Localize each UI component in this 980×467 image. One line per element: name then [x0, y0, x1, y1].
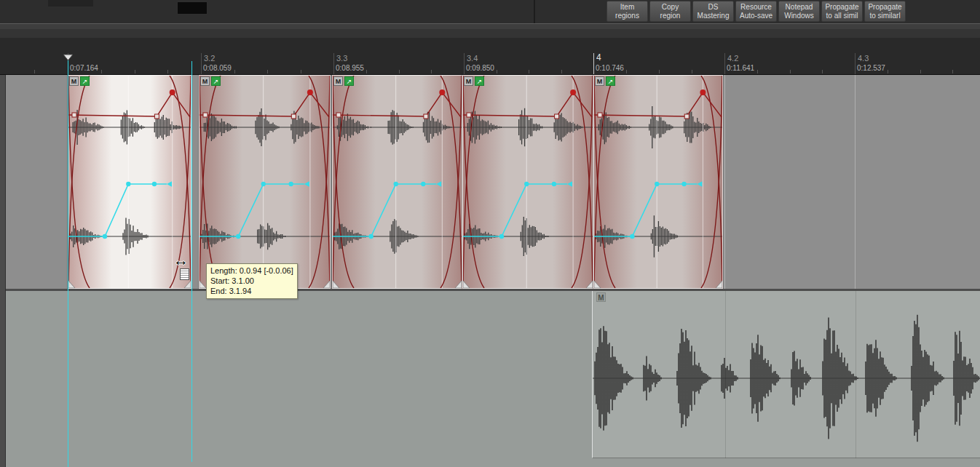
ruler-beat-label: 4.3 — [858, 54, 869, 63]
audio-item-2[interactable]: M ↗ — [199, 75, 331, 289]
ruler-minor-tick — [561, 70, 562, 73]
item-mute-button[interactable]: M — [200, 76, 210, 86]
ruler-minor-tick — [301, 70, 301, 73]
toolbar-button-propagate-to-all-similar[interactable]: Propagate to all simil — [821, 1, 863, 22]
ruler-beat-tick — [593, 53, 594, 74]
item-corner-controls: M ↗ — [69, 76, 90, 86]
item-waveform-svg — [332, 75, 462, 289]
track-2[interactable]: M — [0, 291, 980, 467]
ruler-minor-tick — [626, 70, 627, 73]
edit-cursor-flag-icon[interactable] — [63, 54, 74, 61]
toolbar-button-resource-auto-save[interactable]: Resource Auto-save — [735, 1, 777, 22]
ruler-minor-tick — [399, 70, 400, 73]
item-corner-controls: M ↗ — [333, 76, 354, 86]
ruler-time-label: 0:12.537 — [857, 64, 885, 72]
item-waveform-svg — [593, 75, 723, 289]
ruler-time-label: 0:07.164 — [70, 64, 98, 72]
ruler-beat-label: 4.2 — [727, 54, 738, 63]
ruler-minor-tick — [659, 70, 660, 73]
ruler-minor-tick — [366, 70, 367, 73]
item-automation-icon[interactable]: ↗ — [344, 76, 354, 86]
ruler-minor-tick — [234, 70, 235, 73]
ruler-beat-tick — [333, 53, 334, 74]
item-corner-controls: M ↗ — [464, 76, 484, 86]
ruler-minor-tick — [692, 70, 692, 73]
audio-item-4[interactable]: M ↗ — [462, 75, 593, 289]
item-mute-button[interactable]: M — [333, 76, 343, 86]
edit-cursor-line[interactable] — [68, 55, 68, 467]
item-waveform-svg — [462, 75, 593, 289]
track-grid-line — [725, 291, 726, 458]
ruler-minor-tick — [790, 70, 791, 73]
ruler-minor-tick — [431, 70, 432, 73]
toolbar-button-ds-mastering[interactable]: DS Mastering — [692, 1, 734, 22]
toolbar-button-notepad-windows[interactable]: Notepad Windows — [778, 1, 820, 22]
audio-item-5[interactable]: M ↗ — [593, 75, 723, 289]
track-grid-line — [724, 75, 725, 289]
toolbar-button-propagate-to-similar[interactable]: Propagate to similarl — [864, 1, 906, 22]
ruler-time-label: 0:08.059 — [203, 64, 232, 72]
ruler-minor-tick — [267, 70, 268, 73]
item-corner-controls: M ↗ — [595, 76, 615, 86]
ruler-minor-tick — [167, 70, 168, 73]
audio-item-3[interactable]: M ↗ — [332, 75, 462, 289]
tooltip-start-line: Start: 3.1.00 — [210, 276, 293, 286]
toolbar-button-item-regions[interactable]: Item regions — [606, 1, 648, 22]
drag-item-ghost-icon — [180, 268, 189, 280]
resize-cursor-icon: ↔ — [173, 252, 189, 269]
ruler-beat-tick — [464, 53, 465, 74]
item-mute-button[interactable]: M — [595, 76, 604, 86]
ruler-beat-tick — [201, 53, 202, 74]
track-grid-line — [855, 291, 856, 458]
ruler-beat-label: 3.4 — [467, 54, 478, 63]
item-automation-icon[interactable]: ↗ — [80, 76, 90, 86]
daw-arrange-view: Item regionsCopy regionDS MasteringResou… — [0, 0, 980, 467]
drag-edge-line[interactable] — [191, 61, 192, 462]
toolbar-button-group: Item regionsCopy regionDS MasteringResou… — [606, 1, 906, 22]
edit-tooltip: Length: 0.0.94 [-0.0.06] Start: 3.1.00 E… — [206, 263, 298, 299]
ruler-minor-tick — [952, 70, 953, 73]
item-mute-button[interactable]: M — [69, 76, 79, 86]
ruler-beat-tick — [855, 53, 855, 74]
item-automation-icon[interactable]: ↗ — [475, 76, 484, 86]
item-mute-button[interactable]: M — [596, 292, 606, 302]
toolbar-button-copy-region[interactable]: Copy region — [649, 1, 691, 22]
item-waveform-svg — [199, 75, 331, 289]
item-automation-icon[interactable]: ↗ — [606, 76, 615, 86]
ruler-beat-tick — [724, 53, 725, 74]
arrange-top-band — [0, 29, 980, 38]
ruler-minor-tick — [529, 70, 529, 73]
bottom-waveform-svg — [593, 291, 980, 458]
toolbar-partial-widget — [48, 0, 93, 7]
ruler-minor-tick — [34, 70, 35, 73]
toolbar-display-box — [177, 1, 208, 15]
track-1[interactable]: M ↗ M ↗ — [0, 75, 980, 289]
ruler-time-label: 0:10.746 — [596, 64, 624, 72]
ruler-minor-tick — [101, 70, 102, 73]
track-grid-line — [855, 75, 855, 289]
ruler-minor-tick — [822, 70, 823, 73]
ruler-time-label: 0:11.641 — [727, 64, 754, 72]
ruler-time-label: 0:09.850 — [466, 64, 494, 72]
ruler-beat-label: 4 — [596, 52, 601, 63]
top-toolbar: Item regionsCopy regionDS MasteringResou… — [0, 0, 980, 23]
item-corner-controls: M ↗ — [200, 76, 221, 86]
ruler-minor-tick — [757, 70, 758, 73]
ruler-minor-tick — [135, 70, 135, 73]
audio-item-bottom[interactable]: M — [592, 291, 980, 458]
ruler-time-label: 0:08.955 — [336, 64, 364, 72]
toolbar-lower-band — [0, 23, 980, 29]
tooltip-length-line: Length: 0.0.94 [-0.0.06] — [210, 266, 293, 276]
ruler-minor-tick — [497, 70, 497, 73]
item-automation-icon[interactable]: ↗ — [211, 76, 221, 86]
ruler-beat-label: 3.3 — [336, 54, 347, 63]
timeline-ruler[interactable]: 0:07.1643.20:08.0593.30:08.9553.40:09.85… — [0, 38, 980, 75]
ruler-beat-label: 3.2 — [204, 54, 215, 63]
tooltip-end-line: End: 3.1.94 — [210, 286, 293, 296]
ruler-minor-tick — [920, 70, 921, 73]
track-separator[interactable] — [0, 289, 980, 291]
item-mute-button[interactable]: M — [464, 76, 473, 86]
toolbar-divider — [534, 0, 535, 23]
left-edge-rail — [0, 38, 6, 467]
ruler-minor-tick — [888, 70, 888, 73]
